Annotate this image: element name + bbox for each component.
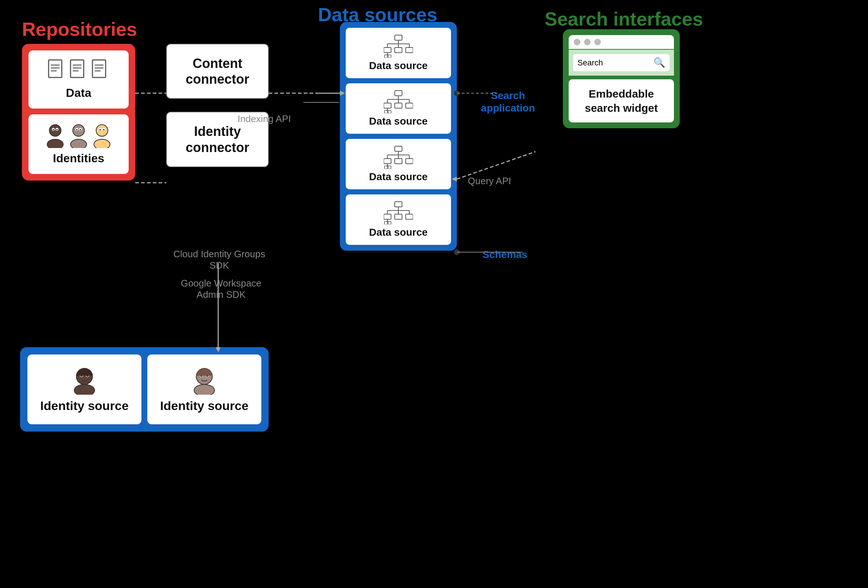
svg-rect-8 [93, 60, 106, 77]
identities-box-label: Identities [53, 152, 104, 165]
doc-icon-3 [91, 59, 110, 83]
person-icon-2 [68, 123, 89, 148]
svg-rect-68 [388, 166, 391, 169]
svg-point-12 [49, 125, 61, 136]
svg-rect-0 [49, 60, 62, 77]
search-icon: 🔍 [654, 57, 665, 68]
query-api-label: Query API [468, 176, 511, 187]
doc-icon-1 [47, 59, 66, 83]
svg-rect-69 [395, 202, 402, 207]
svg-rect-54 [384, 110, 387, 113]
person-icon-3 [92, 123, 112, 148]
svg-point-25 [94, 139, 110, 148]
svg-rect-76 [395, 214, 402, 219]
svg-point-16 [53, 129, 54, 130]
search-input-mock[interactable]: Search 🔍 [573, 54, 670, 71]
svg-point-29 [103, 129, 105, 130]
embeddable-label: Embeddable search widget [576, 87, 667, 115]
datasource-label-4: Data source [369, 227, 428, 238]
svg-point-24 [96, 125, 108, 136]
diagram-container: Repositories Data sources Search interfa… [0, 0, 868, 588]
hierarchy-icon-4 [384, 201, 413, 225]
svg-rect-64 [406, 159, 413, 164]
svg-point-19 [71, 139, 87, 148]
identity-person-1 [70, 365, 99, 395]
svg-rect-41 [384, 55, 387, 58]
svg-rect-49 [384, 103, 391, 108]
schemas-label: Schemas [483, 248, 527, 261]
doc-icons [47, 59, 110, 83]
identity-person-2 [190, 365, 219, 395]
content-connector-box: Content connector [166, 44, 269, 99]
identity-source-label-2: Identity source [160, 398, 248, 413]
svg-rect-77 [406, 214, 413, 219]
cloud-identity-label: Cloud Identity Groups SDK [172, 248, 267, 271]
svg-rect-80 [384, 222, 387, 225]
svg-rect-62 [384, 159, 391, 164]
svg-point-22 [76, 129, 77, 130]
browser-dot-3 [594, 39, 601, 45]
data-box-label: Data [66, 86, 91, 100]
svg-rect-30 [395, 35, 402, 40]
svg-rect-56 [395, 146, 402, 151]
browser-header [569, 35, 674, 49]
svg-rect-51 [406, 103, 413, 108]
browser-dot-2 [584, 39, 590, 45]
identity-source-box-2: Identity source [147, 355, 261, 424]
svg-rect-37 [395, 47, 402, 53]
data-box: Data [28, 50, 128, 109]
repositories-box: Data [22, 44, 135, 180]
svg-rect-67 [384, 166, 387, 169]
svg-point-106 [454, 249, 460, 255]
svg-rect-63 [395, 159, 402, 164]
title-repositories: Repositories [22, 18, 137, 40]
datasource-box-3: Data source [346, 139, 451, 189]
svg-rect-55 [388, 110, 391, 113]
indexing-api-label: Indexing API [238, 113, 291, 125]
hierarchy-icon-3 [384, 145, 413, 169]
identity-source-label-1: Identity source [40, 398, 128, 413]
svg-rect-81 [388, 222, 391, 225]
datasource-box-2: Data source [346, 83, 451, 134]
svg-rect-43 [395, 91, 402, 96]
svg-rect-75 [384, 214, 391, 219]
browser-dot-1 [574, 39, 580, 45]
hierarchy-icon-1 [384, 34, 413, 58]
search-area: Search 🔍 [569, 50, 674, 75]
svg-rect-50 [395, 103, 402, 108]
datasource-label-3: Data source [369, 171, 428, 183]
datasource-box-1: Data source [346, 28, 451, 78]
identity-sources-outer: Identity source Identity source [20, 347, 269, 431]
datasource-label-2: Data source [369, 115, 428, 127]
person-icon-1 [44, 123, 66, 148]
svg-rect-4 [71, 60, 84, 77]
content-connector-label: Content connector [174, 56, 261, 87]
svg-point-17 [56, 129, 58, 130]
doc-icon-2 [69, 59, 88, 83]
datasources-outer: Data source Data source [340, 22, 457, 251]
svg-rect-36 [384, 47, 391, 53]
svg-line-102 [457, 152, 536, 179]
datasource-label-1: Data source [369, 60, 428, 72]
identity-source-box-1: Identity source [27, 355, 142, 424]
datasource-box-4: Data source [346, 194, 451, 245]
svg-point-13 [47, 139, 63, 148]
people-icons [44, 123, 112, 148]
google-workspace-label: Google Workspace Admin SDK [170, 278, 272, 300]
embeddable-search-widget: Embeddable search widget [569, 79, 674, 123]
title-search-interfaces: Search interfaces [545, 8, 703, 30]
svg-point-23 [80, 129, 81, 130]
hierarchy-icon-2 [384, 90, 413, 113]
svg-point-94 [194, 384, 214, 395]
svg-point-18 [73, 125, 84, 136]
search-application-label: Search application [468, 90, 548, 114]
svg-rect-38 [406, 47, 413, 53]
svg-point-88 [74, 384, 94, 395]
identity-connector-label: Identity connector [174, 124, 261, 155]
connectors-column: Content connector Identity connector [166, 44, 269, 167]
search-text: Search [577, 58, 603, 68]
svg-point-28 [99, 129, 101, 130]
svg-rect-42 [388, 55, 391, 58]
search-interfaces-outer: Search 🔍 Embeddable search widget [563, 29, 680, 128]
identities-box: Identities [28, 114, 128, 174]
